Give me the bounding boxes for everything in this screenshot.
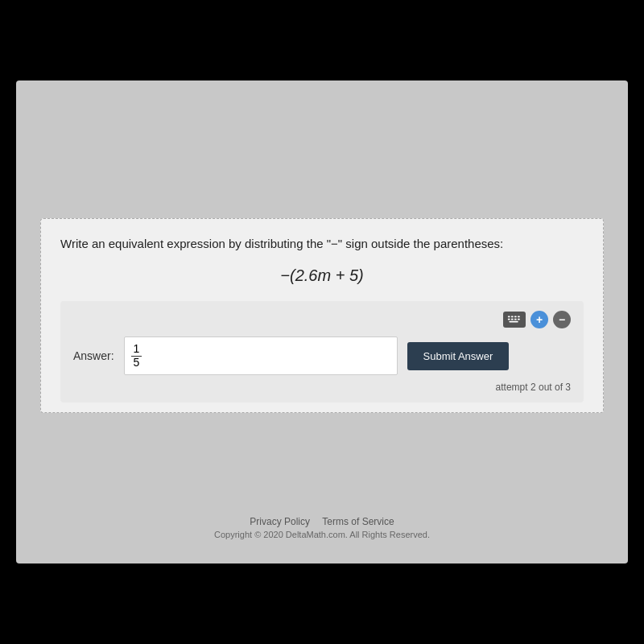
submit-button[interactable]: Submit Answer [407, 342, 510, 370]
svg-rect-2 [514, 316, 517, 318]
toolbar-row: + − [73, 311, 571, 328]
answer-row: Answer: 1 5 Submit Answer [73, 336, 571, 375]
svg-rect-4 [508, 319, 510, 320]
svg-rect-0 [508, 316, 510, 318]
svg-rect-1 [511, 316, 514, 318]
screen: Write an equivalent expression by distri… [16, 80, 628, 564]
attempt-text: attempt 2 out of 3 [73, 382, 571, 393]
privacy-policy-link[interactable]: Privacy Policy [250, 516, 310, 527]
question-text: Write an equivalent expression by distri… [60, 235, 584, 252]
content-card: Write an equivalent expression by distri… [40, 218, 604, 413]
footer-links: Privacy Policy Terms of Service [16, 516, 628, 527]
math-expression: −(2.6m + 5) [60, 266, 584, 285]
svg-rect-3 [518, 316, 520, 318]
fraction-numerator: 1 [131, 343, 142, 356]
plus-button[interactable]: + [530, 311, 548, 328]
footer-copyright: Copyright © 2020 DeltaMath.com. All Righ… [16, 530, 628, 539]
svg-rect-6 [514, 319, 517, 320]
svg-rect-8 [510, 321, 518, 323]
fraction-display: 1 5 [131, 343, 142, 369]
footer: Privacy Policy Terms of Service Copyrigh… [16, 516, 628, 539]
answer-input[interactable]: 1 5 [124, 336, 398, 375]
answer-label: Answer: [73, 349, 114, 362]
svg-rect-7 [518, 319, 520, 320]
answer-area: + − Answer: 1 5 Submit Answer attempt 2 … [60, 301, 584, 402]
terms-of-service-link[interactable]: Terms of Service [322, 516, 394, 527]
minus-button[interactable]: − [553, 311, 571, 328]
svg-rect-5 [511, 319, 514, 320]
fraction-denominator: 5 [131, 357, 142, 369]
keyboard-icon[interactable] [503, 312, 526, 328]
